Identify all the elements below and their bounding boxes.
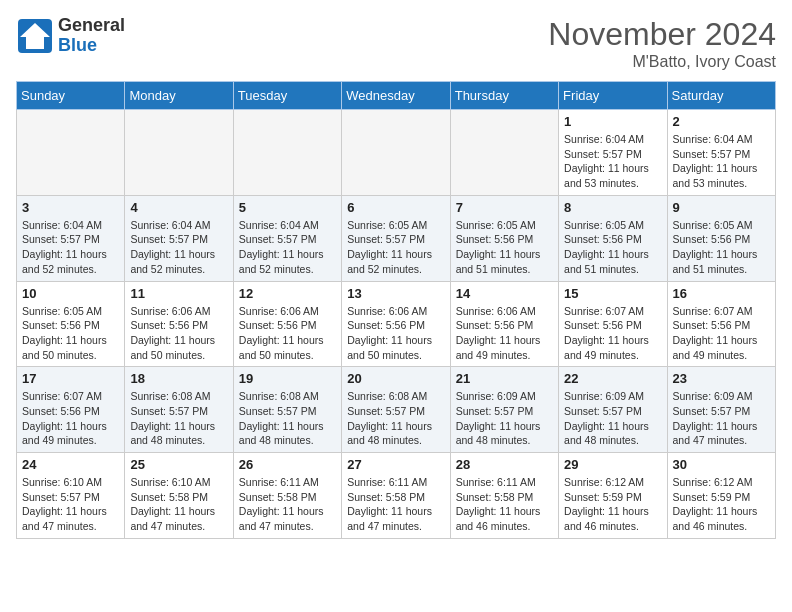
day-info: Sunrise: 6:06 AMSunset: 5:56 PMDaylight:…	[239, 304, 336, 363]
day-info: Sunrise: 6:05 AMSunset: 5:56 PMDaylight:…	[456, 218, 553, 277]
day-number: 8	[564, 200, 661, 215]
calendar-cell: 27Sunrise: 6:11 AMSunset: 5:58 PMDayligh…	[342, 453, 450, 539]
day-number: 5	[239, 200, 336, 215]
weekday-header: Tuesday	[233, 82, 341, 110]
weekday-header: Sunday	[17, 82, 125, 110]
weekday-header: Saturday	[667, 82, 775, 110]
day-info: Sunrise: 6:06 AMSunset: 5:56 PMDaylight:…	[456, 304, 553, 363]
day-number: 20	[347, 371, 444, 386]
calendar-cell: 14Sunrise: 6:06 AMSunset: 5:56 PMDayligh…	[450, 281, 558, 367]
calendar-cell: 25Sunrise: 6:10 AMSunset: 5:58 PMDayligh…	[125, 453, 233, 539]
title-block: November 2024 M'Batto, Ivory Coast	[548, 16, 776, 71]
day-info: Sunrise: 6:06 AMSunset: 5:56 PMDaylight:…	[347, 304, 444, 363]
day-number: 13	[347, 286, 444, 301]
calendar-cell: 5Sunrise: 6:04 AMSunset: 5:57 PMDaylight…	[233, 195, 341, 281]
day-info: Sunrise: 6:05 AMSunset: 5:57 PMDaylight:…	[347, 218, 444, 277]
day-number: 2	[673, 114, 770, 129]
calendar-cell: 4Sunrise: 6:04 AMSunset: 5:57 PMDaylight…	[125, 195, 233, 281]
weekday-header: Friday	[559, 82, 667, 110]
day-info: Sunrise: 6:11 AMSunset: 5:58 PMDaylight:…	[456, 475, 553, 534]
calendar-header-row: SundayMondayTuesdayWednesdayThursdayFrid…	[17, 82, 776, 110]
calendar-cell: 10Sunrise: 6:05 AMSunset: 5:56 PMDayligh…	[17, 281, 125, 367]
day-number: 15	[564, 286, 661, 301]
day-info: Sunrise: 6:09 AMSunset: 5:57 PMDaylight:…	[456, 389, 553, 448]
day-info: Sunrise: 6:11 AMSunset: 5:58 PMDaylight:…	[347, 475, 444, 534]
day-number: 14	[456, 286, 553, 301]
calendar-cell: 16Sunrise: 6:07 AMSunset: 5:56 PMDayligh…	[667, 281, 775, 367]
day-number: 30	[673, 457, 770, 472]
day-info: Sunrise: 6:04 AMSunset: 5:57 PMDaylight:…	[130, 218, 227, 277]
weekday-header: Thursday	[450, 82, 558, 110]
calendar-cell: 28Sunrise: 6:11 AMSunset: 5:58 PMDayligh…	[450, 453, 558, 539]
calendar-cell	[125, 110, 233, 196]
calendar-table: SundayMondayTuesdayWednesdayThursdayFrid…	[16, 81, 776, 539]
calendar-cell: 23Sunrise: 6:09 AMSunset: 5:57 PMDayligh…	[667, 367, 775, 453]
day-info: Sunrise: 6:07 AMSunset: 5:56 PMDaylight:…	[673, 304, 770, 363]
calendar-cell	[17, 110, 125, 196]
calendar-cell: 26Sunrise: 6:11 AMSunset: 5:58 PMDayligh…	[233, 453, 341, 539]
day-info: Sunrise: 6:05 AMSunset: 5:56 PMDaylight:…	[22, 304, 119, 363]
calendar-cell: 22Sunrise: 6:09 AMSunset: 5:57 PMDayligh…	[559, 367, 667, 453]
calendar-cell: 2Sunrise: 6:04 AMSunset: 5:57 PMDaylight…	[667, 110, 775, 196]
calendar-cell: 21Sunrise: 6:09 AMSunset: 5:57 PMDayligh…	[450, 367, 558, 453]
day-number: 12	[239, 286, 336, 301]
day-info: Sunrise: 6:07 AMSunset: 5:56 PMDaylight:…	[564, 304, 661, 363]
day-number: 24	[22, 457, 119, 472]
day-info: Sunrise: 6:04 AMSunset: 5:57 PMDaylight:…	[22, 218, 119, 277]
day-number: 23	[673, 371, 770, 386]
day-info: Sunrise: 6:12 AMSunset: 5:59 PMDaylight:…	[564, 475, 661, 534]
day-info: Sunrise: 6:07 AMSunset: 5:56 PMDaylight:…	[22, 389, 119, 448]
calendar-cell: 12Sunrise: 6:06 AMSunset: 5:56 PMDayligh…	[233, 281, 341, 367]
day-number: 18	[130, 371, 227, 386]
calendar-week-row: 1Sunrise: 6:04 AMSunset: 5:57 PMDaylight…	[17, 110, 776, 196]
day-info: Sunrise: 6:08 AMSunset: 5:57 PMDaylight:…	[347, 389, 444, 448]
day-number: 27	[347, 457, 444, 472]
day-number: 26	[239, 457, 336, 472]
day-number: 4	[130, 200, 227, 215]
logo-text: General Blue	[58, 16, 125, 56]
calendar-cell	[342, 110, 450, 196]
day-info: Sunrise: 6:12 AMSunset: 5:59 PMDaylight:…	[673, 475, 770, 534]
day-info: Sunrise: 6:10 AMSunset: 5:58 PMDaylight:…	[130, 475, 227, 534]
day-info: Sunrise: 6:04 AMSunset: 5:57 PMDaylight:…	[673, 132, 770, 191]
calendar-cell	[450, 110, 558, 196]
day-number: 28	[456, 457, 553, 472]
day-info: Sunrise: 6:08 AMSunset: 5:57 PMDaylight:…	[130, 389, 227, 448]
day-number: 11	[130, 286, 227, 301]
day-info: Sunrise: 6:05 AMSunset: 5:56 PMDaylight:…	[564, 218, 661, 277]
location: M'Batto, Ivory Coast	[548, 53, 776, 71]
day-info: Sunrise: 6:09 AMSunset: 5:57 PMDaylight:…	[564, 389, 661, 448]
calendar-cell: 17Sunrise: 6:07 AMSunset: 5:56 PMDayligh…	[17, 367, 125, 453]
logo: General Blue	[16, 16, 125, 56]
calendar-week-row: 17Sunrise: 6:07 AMSunset: 5:56 PMDayligh…	[17, 367, 776, 453]
calendar-cell: 30Sunrise: 6:12 AMSunset: 5:59 PMDayligh…	[667, 453, 775, 539]
day-info: Sunrise: 6:08 AMSunset: 5:57 PMDaylight:…	[239, 389, 336, 448]
calendar-week-row: 3Sunrise: 6:04 AMSunset: 5:57 PMDaylight…	[17, 195, 776, 281]
calendar-cell: 20Sunrise: 6:08 AMSunset: 5:57 PMDayligh…	[342, 367, 450, 453]
day-info: Sunrise: 6:09 AMSunset: 5:57 PMDaylight:…	[673, 389, 770, 448]
calendar-cell: 11Sunrise: 6:06 AMSunset: 5:56 PMDayligh…	[125, 281, 233, 367]
calendar-cell: 13Sunrise: 6:06 AMSunset: 5:56 PMDayligh…	[342, 281, 450, 367]
calendar-cell: 7Sunrise: 6:05 AMSunset: 5:56 PMDaylight…	[450, 195, 558, 281]
day-info: Sunrise: 6:10 AMSunset: 5:57 PMDaylight:…	[22, 475, 119, 534]
day-number: 9	[673, 200, 770, 215]
day-number: 6	[347, 200, 444, 215]
calendar-cell: 9Sunrise: 6:05 AMSunset: 5:56 PMDaylight…	[667, 195, 775, 281]
calendar-cell: 6Sunrise: 6:05 AMSunset: 5:57 PMDaylight…	[342, 195, 450, 281]
day-number: 10	[22, 286, 119, 301]
day-number: 21	[456, 371, 553, 386]
calendar-cell: 15Sunrise: 6:07 AMSunset: 5:56 PMDayligh…	[559, 281, 667, 367]
page-header: General Blue November 2024 M'Batto, Ivor…	[16, 16, 776, 71]
day-info: Sunrise: 6:11 AMSunset: 5:58 PMDaylight:…	[239, 475, 336, 534]
calendar-cell: 18Sunrise: 6:08 AMSunset: 5:57 PMDayligh…	[125, 367, 233, 453]
day-info: Sunrise: 6:04 AMSunset: 5:57 PMDaylight:…	[239, 218, 336, 277]
calendar-cell: 1Sunrise: 6:04 AMSunset: 5:57 PMDaylight…	[559, 110, 667, 196]
day-number: 22	[564, 371, 661, 386]
day-number: 29	[564, 457, 661, 472]
calendar-cell	[233, 110, 341, 196]
calendar-cell: 19Sunrise: 6:08 AMSunset: 5:57 PMDayligh…	[233, 367, 341, 453]
day-number: 25	[130, 457, 227, 472]
calendar-week-row: 10Sunrise: 6:05 AMSunset: 5:56 PMDayligh…	[17, 281, 776, 367]
day-info: Sunrise: 6:05 AMSunset: 5:56 PMDaylight:…	[673, 218, 770, 277]
calendar-week-row: 24Sunrise: 6:10 AMSunset: 5:57 PMDayligh…	[17, 453, 776, 539]
